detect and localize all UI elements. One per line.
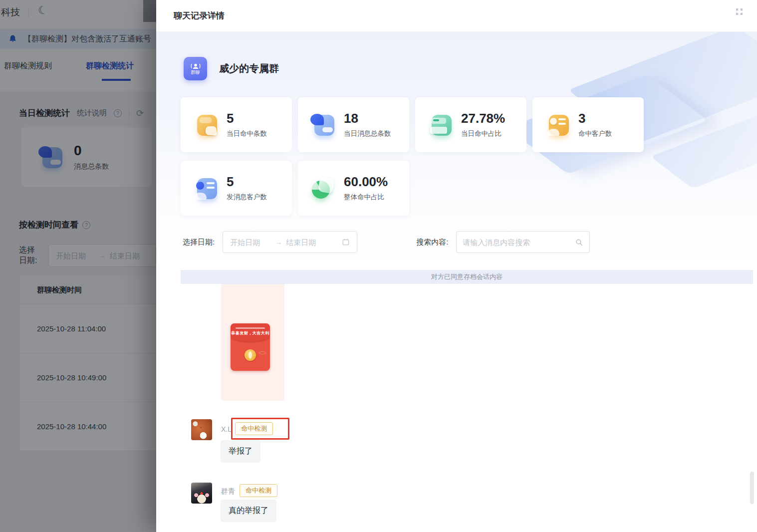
stat-value: 18 [344, 111, 391, 126]
screen: 科技 【群聊检测】对包含激活了互通账号 群聊检测规则 群聊检测统计 当日检测统计… [0, 0, 757, 532]
red-packet-title: 恭喜发财，大吉大利 [231, 330, 270, 336]
modal-start-date-input[interactable] [230, 238, 271, 247]
archive-consent-banner: 对方已同意存档会话内容 [181, 270, 753, 284]
red-packet-message: 恭喜发财，大吉大利 [221, 284, 284, 401]
hit-detection-badge: 命中检测 [240, 484, 277, 497]
avatar [191, 419, 212, 440]
stat-card-overall-hit-ratio: 60.00% 整体命中占比 [298, 161, 409, 216]
calendar-icon [342, 238, 350, 246]
stat-value: 5 [227, 175, 267, 190]
scrollbar-thumb[interactable] [750, 472, 754, 504]
stat-card-daily-hits: 5 当日命中条数 [181, 97, 292, 152]
stat-card-hit-customers: 3 命中客户数 [532, 97, 644, 152]
stat-card-daily-hit-ratio: 27.78% 当日命中占比 [415, 97, 526, 152]
avatar [191, 483, 212, 504]
stat-label: 当日消息总条数 [344, 129, 391, 138]
daily-hit-count-icon [195, 113, 218, 136]
daily-message-count-icon [312, 113, 335, 136]
stat-label: 当日命中占比 [461, 129, 505, 138]
stat-value: 3 [578, 111, 612, 126]
message-search-box[interactable] [456, 231, 590, 253]
message-bubble: 举报了 [221, 440, 260, 463]
message-sender: 群青 [221, 487, 235, 496]
group-name: 威少的专属群 [219, 62, 279, 75]
stat-label: 当日命中条数 [227, 129, 267, 138]
modal-body: 群聊 威少的专属群 5 当日命中条数 18 当日消息总条数 [156, 32, 757, 532]
search-icon[interactable] [575, 238, 583, 247]
message-search-input[interactable] [463, 238, 575, 247]
sender-customer-count-icon [195, 177, 218, 200]
chat-message-area: 恭喜发财，大吉大利 X.L 命中检测 举报了 群青 命中检测 真的举报了 [156, 284, 757, 532]
stat-card-daily-messages: 18 当日消息总条数 [298, 97, 409, 152]
red-packet: 恭喜发财，大吉大利 [231, 323, 270, 371]
stat-value: 60.00% [344, 175, 388, 190]
stat-card-sender-customers: 5 发消息客户数 [181, 161, 292, 216]
modal-date-range-picker[interactable] [223, 231, 357, 253]
overall-hit-ratio-icon [312, 177, 335, 200]
arrow-right-icon [271, 238, 286, 246]
red-packet-small-text [236, 327, 265, 329]
modal-header: 聊天记录详情 [156, 0, 757, 32]
daily-hit-ratio-icon [429, 113, 452, 136]
red-packet-ornament [259, 351, 266, 354]
modal-end-date-input[interactable] [286, 238, 342, 247]
stat-label: 命中客户数 [578, 129, 612, 138]
modal-title: 聊天记录详情 [174, 10, 225, 21]
message-sender: X.L [221, 425, 232, 433]
stat-label: 整体命中占比 [344, 193, 388, 202]
message-bubble: 真的举报了 [221, 500, 276, 522]
stat-value: 27.78% [461, 111, 505, 126]
hit-customer-count-icon [546, 113, 569, 136]
gold-coin-icon [245, 349, 256, 361]
stat-label: 发消息客户数 [227, 193, 267, 202]
group-icon-label: 群聊 [191, 70, 200, 75]
modal-date-filter-label: 选择日期: [183, 238, 215, 247]
stat-value: 5 [227, 111, 267, 126]
search-filter-label: 搜索内容: [416, 238, 448, 247]
group-chat-icon: 群聊 [184, 57, 207, 80]
expand-icon[interactable] [735, 7, 744, 18]
chat-record-modal: 聊天记录详情 群聊 威少的专属群 [156, 0, 757, 532]
highlight-red-box [231, 418, 289, 440]
